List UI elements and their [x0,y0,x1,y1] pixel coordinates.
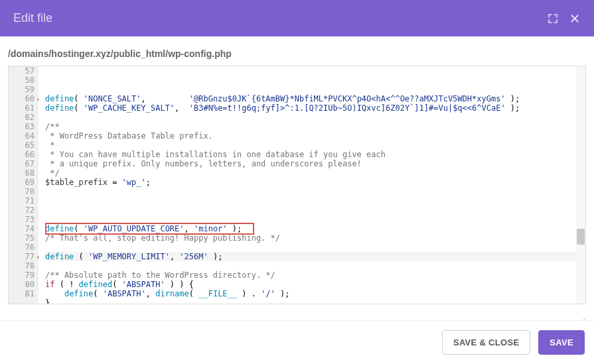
line-number: 77▾ [15,252,35,261]
line-number: 79 [15,271,35,280]
line-number-gutter: 57585960▾6162636465666768697071727374757… [9,66,38,304]
code-area[interactable]: define( 'NONCE_SALT', '@RbGnzu$0JK`{6tAm… [38,66,585,304]
vertical-scrollbar[interactable] [576,66,585,304]
code-line[interactable]: define( 'WP_CACHE_KEY_SALT', 'B3#N%e=t!!… [45,103,585,113]
window-title: Edit file [13,11,52,25]
line-number: 75 [15,233,35,243]
line-number: 57 [15,66,35,76]
save-button[interactable]: SAVE [538,330,585,355]
code-line[interactable] [45,206,585,215]
code-line[interactable]: /* That's all, stop editing! Happy publi… [45,233,585,243]
line-number: 81 [15,289,35,298]
window-header: Edit file [0,0,594,36]
line-number: 58 [15,76,35,85]
code-line[interactable] [45,113,585,122]
code-line[interactable]: */ [45,168,585,178]
line-number: 78 [15,261,35,271]
line-number: 76 [15,243,35,252]
line-number: 70 [15,187,35,196]
code-editor[interactable]: 57585960▾6162636465666768697071727374757… [8,66,586,304]
code-line[interactable]: define( 'NONCE_SALT', '@RbGnzu$0JK`{6tAm… [45,94,585,103]
line-number: 61 [15,103,35,113]
code-line[interactable]: } [45,298,585,304]
save-and-close-button[interactable]: SAVE & CLOSE [442,330,530,355]
line-number: 80 [15,280,35,289]
line-number: 65 [15,141,35,150]
close-icon[interactable] [569,13,581,25]
code-line[interactable]: * a unique prefix. Only numbers, letters… [45,159,585,168]
code-line[interactable] [45,196,585,206]
line-number: 63 [15,122,35,131]
code-line[interactable] [45,187,585,196]
line-number: 59 [15,85,35,94]
line-number: 66 [15,150,35,159]
code-line[interactable]: $table_prefix = 'wp_'; [45,178,585,187]
scrollbar-thumb[interactable] [577,229,585,245]
code-line[interactable]: * WordPress Database Table prefix. [45,131,585,141]
code-line[interactable]: * [45,141,585,150]
code-line[interactable]: if ( ! defined( 'ABSPATH' ) ) { [45,280,585,289]
code-line[interactable]: /** Absolute path to the WordPress direc… [45,271,585,280]
line-number: 67 [15,159,35,168]
line-number: 71 [15,196,35,206]
line-number: 60▾ [15,94,35,103]
line-number: 74 [15,224,35,233]
line-number: 69 [15,178,35,187]
line-number: 68 [15,168,35,178]
line-number: 62 [15,113,35,122]
code-line[interactable]: /** [45,122,585,131]
file-path: /domains/hostinger.xyz/public_html/wp-co… [0,36,594,66]
line-number: 72 [15,206,35,215]
code-line[interactable]: define( 'ABSPATH', dirname( __FILE__ ) .… [45,289,585,298]
code-line[interactable] [45,261,585,271]
code-line[interactable] [45,243,585,252]
expand-icon[interactable] [547,13,559,25]
line-number: 73 [15,215,35,224]
line-number: 64 [15,131,35,141]
code-line[interactable]: define( 'WP_AUTO_UPDATE_CORE', 'minor' )… [45,224,585,233]
code-line[interactable] [45,215,585,224]
code-line[interactable]: define ( 'WP_MEMORY_LIMIT', '256M' ); [45,252,585,261]
code-line[interactable]: * You can have multiple installations in… [45,150,585,159]
dialog-footer: SAVE & CLOSE SAVE [0,320,594,364]
header-actions [547,13,581,25]
